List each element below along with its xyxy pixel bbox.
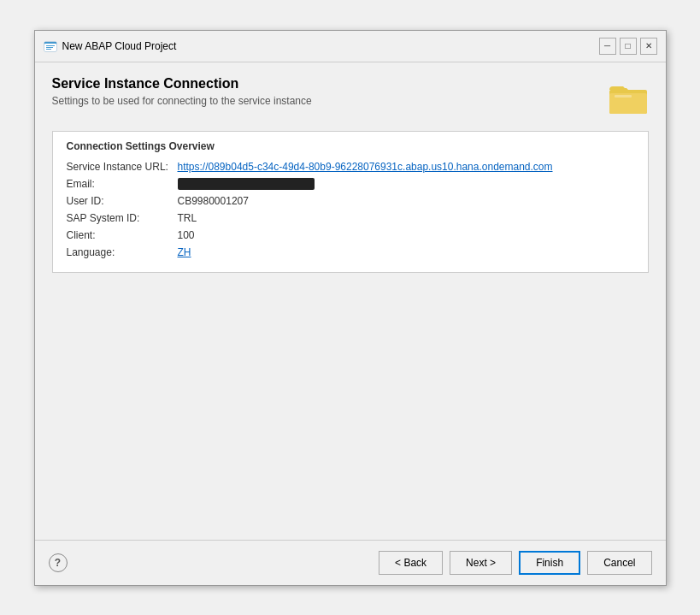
email-value bbox=[178, 178, 315, 190]
footer-right: < Back Next > Finish Cancel bbox=[379, 551, 651, 575]
sap-system-id-row: SAP System ID: TRL bbox=[67, 212, 634, 224]
service-url-label: Service Instance URL: bbox=[67, 161, 178, 173]
close-button[interactable]: ✕ bbox=[640, 38, 657, 55]
connection-box-title: Connection Settings Overview bbox=[67, 140, 634, 152]
next-label: Next > bbox=[466, 557, 496, 569]
sap-system-id-label: SAP System ID: bbox=[67, 212, 178, 224]
svg-rect-2 bbox=[46, 45, 55, 46]
content-spacer bbox=[52, 287, 649, 526]
connection-settings-box: Connection Settings Overview Service Ins… bbox=[52, 131, 649, 273]
next-button[interactable]: Next > bbox=[450, 551, 512, 575]
dialog-content: Service Instance Connection Settings to … bbox=[35, 62, 666, 540]
folder-svg bbox=[608, 76, 649, 117]
app-icon bbox=[44, 39, 57, 53]
back-label: < Back bbox=[395, 557, 426, 569]
footer-left: ? bbox=[49, 553, 68, 572]
maximize-button[interactable]: □ bbox=[620, 38, 637, 55]
title-bar-controls: ─ □ ✕ bbox=[599, 38, 657, 55]
svg-rect-3 bbox=[46, 47, 53, 48]
back-button[interactable]: < Back bbox=[379, 551, 443, 575]
title-bar-title: New ABAP Cloud Project bbox=[62, 40, 177, 52]
client-value: 100 bbox=[178, 229, 195, 241]
minimize-button[interactable]: ─ bbox=[599, 38, 616, 55]
sap-system-id-value: TRL bbox=[178, 212, 197, 224]
header-text: Service Instance Connection Settings to … bbox=[52, 76, 608, 107]
main-title: Service Instance Connection bbox=[52, 76, 608, 92]
svg-rect-4 bbox=[46, 49, 51, 50]
title-bar-left: New ABAP Cloud Project bbox=[44, 39, 177, 53]
userid-label: User ID: bbox=[67, 195, 178, 207]
service-url-value[interactable]: https://089b04d5-c34c-49d4-80b9-96228076… bbox=[178, 161, 553, 173]
title-bar: New ABAP Cloud Project ─ □ ✕ bbox=[35, 31, 666, 62]
dialog-footer: ? < Back Next > Finish Cancel bbox=[35, 540, 666, 585]
language-value[interactable]: ZH bbox=[178, 246, 191, 258]
folder-icon bbox=[608, 76, 649, 117]
email-label: Email: bbox=[67, 178, 178, 190]
finish-label: Finish bbox=[536, 557, 563, 569]
userid-row: User ID: CB9980001207 bbox=[67, 195, 634, 207]
cancel-button[interactable]: Cancel bbox=[587, 551, 651, 575]
client-label: Client: bbox=[67, 229, 178, 241]
userid-value: CB9980001207 bbox=[178, 195, 249, 207]
cancel-label: Cancel bbox=[603, 557, 635, 569]
email-row: Email: bbox=[67, 178, 634, 190]
svg-rect-7 bbox=[615, 95, 632, 98]
dialog-window: New ABAP Cloud Project ─ □ ✕ Service Ins… bbox=[34, 30, 667, 586]
help-button[interactable]: ? bbox=[49, 553, 68, 572]
finish-button[interactable]: Finish bbox=[519, 551, 580, 575]
language-row: Language: ZH bbox=[67, 246, 634, 258]
client-row: Client: 100 bbox=[67, 229, 634, 241]
language-label: Language: bbox=[67, 246, 178, 258]
dialog-header: Service Instance Connection Settings to … bbox=[52, 76, 649, 117]
subtitle: Settings to be used for connecting to th… bbox=[52, 95, 608, 107]
service-url-row: Service Instance URL: https://089b04d5-c… bbox=[67, 161, 634, 173]
